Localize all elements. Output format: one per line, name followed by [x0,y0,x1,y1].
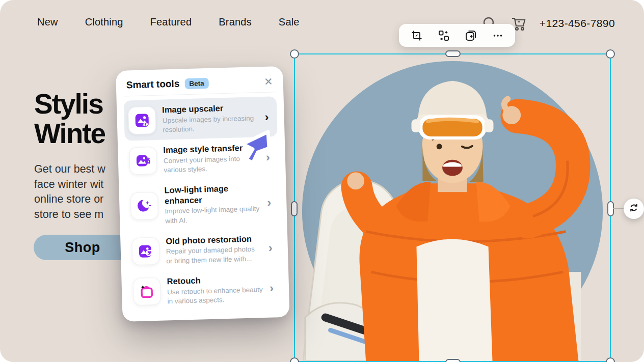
retouch-icon [132,277,160,305]
beta-badge: Beta [184,77,209,89]
shop-button[interactable]: Shop [34,235,131,260]
crop-icon[interactable] [408,27,425,44]
handle-top-right[interactable] [606,49,615,59]
image-style-icon [129,146,157,174]
handle-top-center[interactable] [445,50,461,57]
image-selection-box[interactable] [294,53,611,362]
phone-number[interactable]: +123-456-7890 [540,17,615,30]
chevron-right-icon: › [266,151,275,163]
panel-title: Smart tools [126,78,179,91]
tool-image-upscaler[interactable]: 4K Image upscaler Upscale images by incr… [124,96,278,141]
nav-item-brands[interactable]: Brands [219,16,252,28]
hero-photo [295,54,610,361]
app-frame: New Clothing Featured Brands Sale +123-4… [0,0,644,362]
rotate-connector [613,208,624,209]
chevron-right-icon: › [270,282,278,294]
handle-bottom-center[interactable] [445,359,461,362]
tool-text: Low-light image enhancer Improve low-lig… [164,182,261,226]
svg-text:4K: 4K [143,121,150,127]
nav-item-clothing[interactable]: Clothing [85,16,123,28]
site-nav: New Clothing Featured Brands Sale [37,16,300,28]
duplicate-icon[interactable] [462,27,479,44]
tool-text: Retouch Use retouch to enhance beauty in… [167,273,263,306]
more-icon[interactable] [489,27,506,44]
photo-restore-icon [131,237,159,265]
chevron-right-icon: › [269,242,277,254]
tool-text: Image upscaler Upscale images by increas… [162,102,259,134]
image-toolbar [399,24,515,47]
tool-retouch[interactable]: Retouch Use retouch to enhance beauty in… [128,268,282,312]
nav-item-new[interactable]: New [37,16,58,28]
rotate-button[interactable] [624,199,644,219]
tool-image-style-transfer[interactable]: Image style transfer Convert your images… [125,136,279,181]
handle-middle-left[interactable] [291,201,298,216]
close-icon[interactable]: ✕ [264,76,273,87]
tool-text: Old photo restoration Repair your damage… [166,233,262,266]
moon-sparkle-icon [130,192,158,220]
handle-bottom-right[interactable] [606,357,615,362]
rotate-icon [629,203,639,215]
tool-text: Image style transfer Convert your images… [163,142,260,175]
tool-old-photo-restoration[interactable]: Old photo restoration Repair your damage… [127,228,281,272]
nav-item-featured[interactable]: Featured [150,16,192,28]
image-4k-icon: 4K [128,106,156,134]
handle-top-left[interactable] [290,49,299,59]
nav-item-sale[interactable]: Sale [279,16,300,28]
chevron-right-icon: › [264,110,273,123]
chevron-right-icon: › [267,196,276,208]
replace-icon[interactable] [435,27,452,44]
tool-low-light-enhancer[interactable]: Low-light image enhancer Improve low-lig… [126,177,280,232]
smart-tools-panel: Smart tools Beta ✕ 4K Image upscaler Ups… [116,66,290,322]
hero-heading: Stylis Winte [34,89,105,149]
hero-paragraph: Get our best w face winter wit online st… [34,162,105,222]
